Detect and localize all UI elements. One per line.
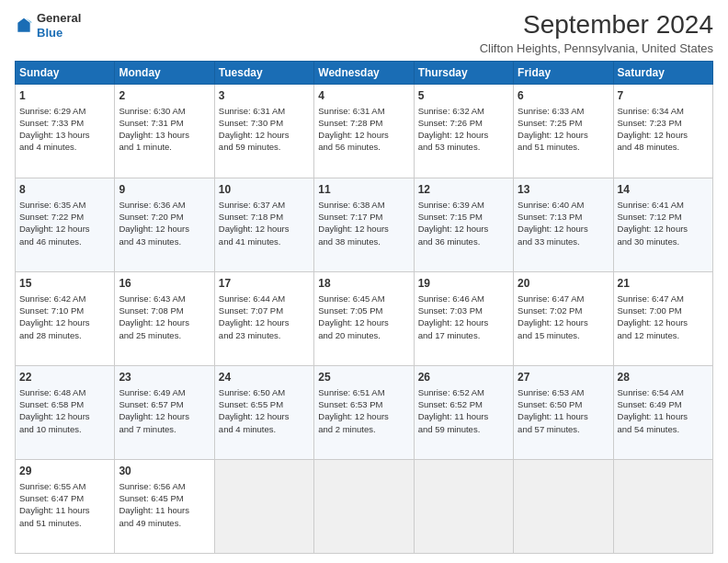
day-info-line: Sunset: 6:45 PM	[119, 492, 210, 504]
calendar-cell	[414, 459, 513, 553]
day-info-line: Sunrise: 6:40 AM	[518, 199, 609, 211]
day-number: 10	[219, 182, 310, 198]
day-number: 22	[19, 370, 110, 385]
day-info-line: Daylight: 12 hours	[318, 129, 409, 141]
day-info-line: Sunrise: 6:46 AM	[418, 293, 509, 304]
day-number: 11	[318, 182, 409, 198]
logo-line1: General	[37, 11, 81, 26]
day-info-line: Daylight: 12 hours	[19, 223, 110, 235]
calendar-cell: 28Sunrise: 6:54 AMSunset: 6:49 PMDayligh…	[613, 365, 712, 459]
day-info-line: and 51 minutes.	[19, 517, 110, 529]
day-info-line: and 57 minutes.	[518, 423, 609, 435]
day-info-line: Sunset: 7:26 PM	[418, 117, 509, 129]
day-info-line: Sunset: 7:18 PM	[219, 211, 310, 223]
calendar-cell: 30Sunrise: 6:56 AMSunset: 6:45 PMDayligh…	[115, 459, 214, 553]
day-number: 16	[119, 276, 210, 292]
svg-marker-0	[17, 17, 29, 31]
day-number: 6	[518, 88, 609, 104]
day-info-line: and 41 minutes.	[219, 236, 310, 247]
calendar-cell: 16Sunrise: 6:43 AMSunset: 7:08 PMDayligh…	[115, 271, 214, 365]
subtitle: Clifton Heights, Pennsylvania, United St…	[480, 41, 713, 55]
calendar-table: Sunday Monday Tuesday Wednesday Thursday…	[15, 61, 713, 554]
day-info-line: Sunset: 7:20 PM	[119, 211, 210, 223]
day-info-line: Sunset: 7:15 PM	[418, 211, 509, 223]
day-info-line: Daylight: 12 hours	[418, 129, 509, 141]
day-info-line: Daylight: 12 hours	[219, 223, 310, 235]
calendar-cell: 21Sunrise: 6:47 AMSunset: 7:00 PMDayligh…	[613, 271, 712, 365]
day-info-line: Sunrise: 6:32 AM	[418, 105, 509, 117]
day-info-line: and 48 minutes.	[618, 141, 709, 153]
calendar-week-row: 29Sunrise: 6:55 AMSunset: 6:47 PMDayligh…	[16, 459, 713, 553]
day-info-line: Sunrise: 6:30 AM	[119, 105, 210, 117]
day-number: 3	[219, 88, 310, 104]
day-info-line: Daylight: 11 hours	[119, 504, 210, 516]
day-info-line: Daylight: 11 hours	[418, 410, 509, 422]
calendar-cell: 5Sunrise: 6:32 AMSunset: 7:26 PMDaylight…	[414, 84, 513, 178]
calendar-cell: 4Sunrise: 6:31 AMSunset: 7:28 PMDaylight…	[314, 84, 414, 178]
main-title: September 2024	[480, 11, 713, 40]
day-info-line: and 56 minutes.	[318, 141, 409, 153]
day-info-line: Sunrise: 6:38 AM	[318, 199, 409, 211]
day-info-line: Sunrise: 6:53 AM	[518, 386, 609, 398]
day-number: 4	[318, 88, 409, 104]
day-info-line: and 51 minutes.	[518, 141, 609, 153]
day-info-line: Sunset: 7:17 PM	[318, 211, 409, 223]
col-thursday: Thursday	[414, 61, 513, 84]
day-number: 24	[219, 370, 310, 385]
calendar-cell: 12Sunrise: 6:39 AMSunset: 7:15 PMDayligh…	[414, 178, 513, 271]
day-info-line: and 20 minutes.	[318, 329, 409, 341]
day-info-line: and 59 minutes.	[418, 423, 509, 435]
calendar-header-row: Sunday Monday Tuesday Wednesday Thursday…	[16, 61, 713, 84]
day-info-line: Sunrise: 6:55 AM	[19, 480, 110, 492]
day-info-line: Sunset: 7:00 PM	[618, 304, 709, 316]
day-info-line: Sunset: 7:10 PM	[19, 304, 110, 316]
day-info-line: and 33 minutes.	[518, 236, 609, 247]
col-friday: Friday	[514, 61, 613, 84]
day-info-line: Daylight: 11 hours	[518, 410, 609, 422]
day-info-line: Sunrise: 6:50 AM	[219, 386, 310, 398]
day-info-line: Sunrise: 6:52 AM	[418, 386, 509, 398]
day-info-line: Sunrise: 6:48 AM	[19, 386, 110, 398]
day-number: 20	[518, 276, 609, 292]
day-info-line: Sunset: 7:28 PM	[318, 117, 409, 129]
day-number: 26	[418, 370, 509, 385]
day-number: 2	[119, 88, 210, 104]
day-info-line: Daylight: 12 hours	[618, 129, 709, 141]
day-number: 8	[19, 182, 110, 198]
day-info-line: and 46 minutes.	[19, 236, 110, 247]
day-info-line: Sunrise: 6:29 AM	[19, 105, 110, 117]
day-info-line: Sunrise: 6:49 AM	[119, 386, 210, 398]
title-block: September 2024 Clifton Heights, Pennsylv…	[480, 11, 713, 55]
day-number: 13	[518, 182, 609, 198]
day-info-line: Daylight: 12 hours	[19, 410, 110, 422]
day-info-line: and 28 minutes.	[19, 329, 110, 341]
day-info-line: and 4 minutes.	[219, 423, 310, 435]
day-info-line: and 15 minutes.	[518, 329, 609, 341]
day-info-line: Daylight: 12 hours	[119, 223, 210, 235]
day-info-line: Sunset: 7:13 PM	[518, 211, 609, 223]
day-info-line: and 38 minutes.	[318, 236, 409, 247]
calendar-cell: 11Sunrise: 6:38 AMSunset: 7:17 PMDayligh…	[314, 178, 414, 271]
day-info-line: Sunset: 7:02 PM	[518, 304, 609, 316]
day-info-line: Sunset: 7:31 PM	[119, 117, 210, 129]
day-number: 29	[19, 464, 110, 479]
calendar-cell: 15Sunrise: 6:42 AMSunset: 7:10 PMDayligh…	[16, 271, 115, 365]
header: General Blue September 2024 Clifton Heig…	[15, 11, 713, 55]
day-info-line: Sunset: 7:03 PM	[418, 304, 509, 316]
calendar-cell	[314, 459, 414, 553]
logo: General Blue	[15, 11, 81, 40]
calendar-cell	[214, 459, 313, 553]
day-number: 19	[418, 276, 509, 292]
day-info-line: Daylight: 12 hours	[119, 410, 210, 422]
day-info-line: Sunset: 7:25 PM	[518, 117, 609, 129]
day-info-line: Sunset: 6:53 PM	[318, 398, 409, 410]
day-info-line: Sunset: 7:30 PM	[219, 117, 310, 129]
calendar-cell: 29Sunrise: 6:55 AMSunset: 6:47 PMDayligh…	[16, 459, 115, 553]
day-info-line: Daylight: 12 hours	[219, 316, 310, 328]
col-tuesday: Tuesday	[214, 61, 313, 84]
calendar-cell: 20Sunrise: 6:47 AMSunset: 7:02 PMDayligh…	[514, 271, 613, 365]
day-info-line: Daylight: 11 hours	[618, 410, 709, 422]
day-info-line: Sunrise: 6:35 AM	[19, 199, 110, 211]
col-sunday: Sunday	[16, 61, 115, 84]
day-info-line: Daylight: 13 hours	[119, 129, 210, 141]
